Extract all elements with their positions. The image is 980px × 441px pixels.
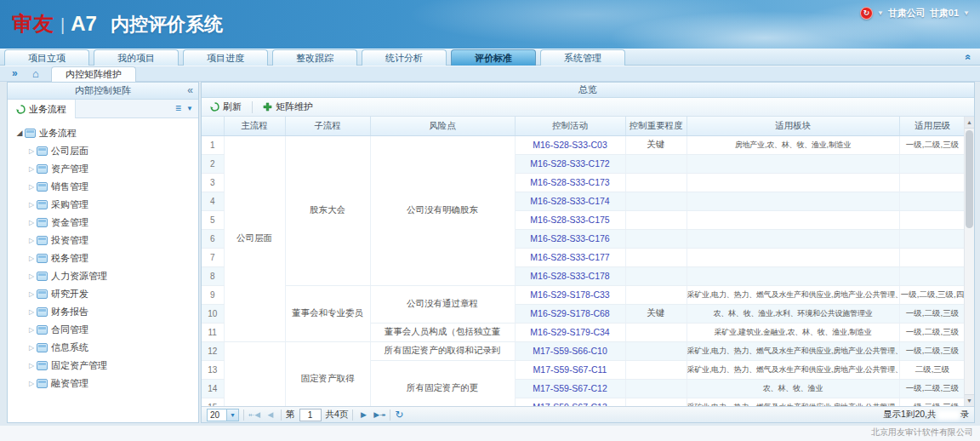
cell-level: 一级,二级,三级 <box>899 135 964 154</box>
prev-page-button[interactable]: ◀ <box>265 408 276 422</box>
tree-expand-icon[interactable]: ◢ <box>14 124 25 142</box>
sidebar-collapse-icon[interactable]: « <box>187 83 193 99</box>
pager-refresh-icon[interactable]: ↻ <box>395 408 403 421</box>
tree-item-4[interactable]: ▷资金管理 <box>14 214 195 232</box>
table-row[interactable]: 1公司层面股东大会公司没有明确股东M16-S28-S33-C03关键房地产业,农… <box>202 135 964 154</box>
tree-item-1[interactable]: ▷资产管理 <box>14 160 195 178</box>
tree-root-business-process[interactable]: ◢ 业务流程 <box>14 124 195 142</box>
list-menu-icon[interactable]: ≡ <box>175 102 181 114</box>
sidebar-tab-business-process[interactable]: 业务流程 <box>8 100 76 118</box>
col-header-5[interactable]: 控制重要程度 <box>625 117 687 135</box>
cell-control-activity[interactable]: M16-S29-S178-C68 <box>515 304 625 323</box>
page-size-select[interactable]: 20 ▼ <box>207 409 239 421</box>
nav-tab-3[interactable]: 整改跟踪 <box>272 49 357 66</box>
session-dropdown-icon[interactable]: ▼ <box>877 9 884 17</box>
tree-collapsed-icon[interactable]: ▷ <box>26 357 37 375</box>
scrollbar-thumb[interactable] <box>966 130 973 228</box>
tree-item-label: 固定资产管理 <box>51 357 107 375</box>
last-page-button[interactable]: ▶⯮ <box>373 408 385 422</box>
cell-importance: 关键 <box>625 304 687 323</box>
tree-collapsed-icon[interactable]: ▷ <box>26 160 37 178</box>
nav-tab-5[interactable]: 评价标准 <box>451 49 536 66</box>
tree-collapsed-icon[interactable]: ▷ <box>26 267 37 285</box>
cell-control-activity[interactable]: M17-S59-S67-C12 <box>515 379 625 398</box>
user-company[interactable]: 甘肃公司 <box>888 7 926 20</box>
cell-control-activity[interactable]: M17-S59-S67-C11 <box>515 360 625 379</box>
cell-control-activity[interactable]: M16-S29-S178-C33 <box>515 285 625 304</box>
table-row[interactable]: 12固定资产取得所有固定资产的取得和记录到M17-S59-S66-C10采矿业,… <box>202 341 964 360</box>
cell-level <box>899 229 964 248</box>
home-icon[interactable]: ⌂ <box>32 67 39 81</box>
tree-item-13[interactable]: ▷融资管理 <box>14 375 195 392</box>
cell-control-activity[interactable]: M16-S29-S179-C34 <box>515 323 625 341</box>
cell-control-activity[interactable]: M16-S28-S33-C174 <box>515 192 625 210</box>
nav-tab-1[interactable]: 我的项目 <box>94 49 179 66</box>
tree-item-5[interactable]: ▷投资管理 <box>14 232 195 249</box>
cell-control-activity[interactable]: M16-S28-S33-C176 <box>515 229 625 248</box>
first-page-button[interactable]: ⯬◀ <box>248 408 260 422</box>
cell-control-activity[interactable]: M17-S59-S67-C13 <box>515 398 625 406</box>
tree-collapsed-icon[interactable]: ▷ <box>26 249 37 267</box>
col-header-0[interactable] <box>202 117 224 135</box>
tree-item-0[interactable]: ▷公司层面 <box>14 142 195 160</box>
cell-row-number: 9 <box>202 285 224 304</box>
col-header-3[interactable]: 风险点 <box>370 117 515 135</box>
tree-item-3[interactable]: ▷采购管理 <box>14 196 195 214</box>
tree-item-6[interactable]: ▷税务管理 <box>14 249 195 267</box>
tree-collapsed-icon[interactable]: ▷ <box>26 214 37 232</box>
cell-sector <box>687 154 899 173</box>
tree-collapsed-icon[interactable]: ▷ <box>26 321 37 339</box>
tree-collapsed-icon[interactable]: ▷ <box>26 142 37 160</box>
tree-collapsed-icon[interactable]: ▷ <box>26 178 37 196</box>
nav-tab-2[interactable]: 项目进度 <box>183 49 268 66</box>
collapse-tabs-icon[interactable]: « <box>963 54 975 60</box>
tree-collapsed-icon[interactable]: ▷ <box>26 196 37 214</box>
tree-collapsed-icon[interactable]: ▷ <box>26 375 37 392</box>
session-icon[interactable]: ↻ <box>860 7 873 20</box>
col-header-6[interactable]: 适用板块 <box>687 117 899 135</box>
refresh-button[interactable]: 刷新 <box>207 100 245 114</box>
tree-item-12[interactable]: ▷固定资产管理 <box>14 357 195 375</box>
page-tab-matrix-maintenance[interactable]: 内控矩阵维护 <box>51 66 136 82</box>
cell-control-activity[interactable]: M16-S28-S33-C178 <box>515 266 625 285</box>
cell-control-activity[interactable]: M16-S28-S33-C177 <box>515 248 625 266</box>
col-header-4[interactable]: 控制活动 <box>515 117 625 135</box>
tree-item-11[interactable]: ▷信息系统 <box>14 339 195 357</box>
matrix-maintenance-button[interactable]: 矩阵维护 <box>259 100 316 114</box>
table-row[interactable]: 9董事会和专业委员公司没有通过章程M16-S29-S178-C33采矿业,电力、… <box>202 285 964 304</box>
next-page-button[interactable]: ▶ <box>357 408 369 422</box>
cell-control-activity[interactable]: M16-S28-S33-C173 <box>515 173 625 192</box>
tree-item-9[interactable]: ▷财务报告 <box>14 303 195 321</box>
nav-tab-6[interactable]: 系统管理 <box>540 49 625 66</box>
cell-control-activity[interactable]: M16-S28-S33-C03 <box>515 135 625 154</box>
nav-tab-4[interactable]: 统计分析 <box>362 49 447 66</box>
cell-control-activity[interactable]: M16-S28-S33-C172 <box>515 154 625 173</box>
cell-sector: 房地产业,农、林、牧、渔业,制造业 <box>687 135 899 154</box>
tree-item-8[interactable]: ▷研究开发 <box>14 285 195 303</box>
expand-menu-icon[interactable]: » <box>12 67 18 79</box>
scroll-up-icon[interactable]: ▲ <box>965 117 974 129</box>
tab-dropdown-icon[interactable]: ▼ <box>186 105 193 112</box>
grid-toolbar: 刷新 矩阵维护 <box>202 98 974 117</box>
tree-collapsed-icon[interactable]: ▷ <box>26 303 37 321</box>
col-header-2[interactable]: 子流程 <box>285 117 370 135</box>
user-name[interactable]: 甘肃01 <box>930 7 959 20</box>
tree-collapsed-icon[interactable]: ▷ <box>26 232 37 249</box>
node-icon <box>37 236 48 245</box>
vertical-scrollbar[interactable]: ▲ ▼ <box>964 117 974 406</box>
tree-item-7[interactable]: ▷人力资源管理 <box>14 267 195 285</box>
col-header-7[interactable]: 适用层级 <box>899 117 964 135</box>
scroll-down-icon[interactable]: ▼ <box>965 394 974 406</box>
cell-control-activity[interactable]: M17-S59-S66-C10 <box>515 341 625 360</box>
page-size-value: 20 <box>208 410 226 421</box>
tree-item-10[interactable]: ▷合同管理 <box>14 321 195 339</box>
nav-tab-0[interactable]: 项目立项 <box>4 49 89 66</box>
page-number-input[interactable]: 1 <box>299 409 322 421</box>
cell-control-activity[interactable]: M16-S28-S33-C175 <box>515 210 625 229</box>
tree-item-2[interactable]: ▷销售管理 <box>14 178 195 196</box>
tree-collapsed-icon[interactable]: ▷ <box>26 339 37 357</box>
cell-level <box>899 248 964 266</box>
user-dropdown-icon[interactable]: ▼ <box>963 9 970 17</box>
col-header-1[interactable]: 主流程 <box>224 117 285 135</box>
tree-collapsed-icon[interactable]: ▷ <box>26 285 37 303</box>
